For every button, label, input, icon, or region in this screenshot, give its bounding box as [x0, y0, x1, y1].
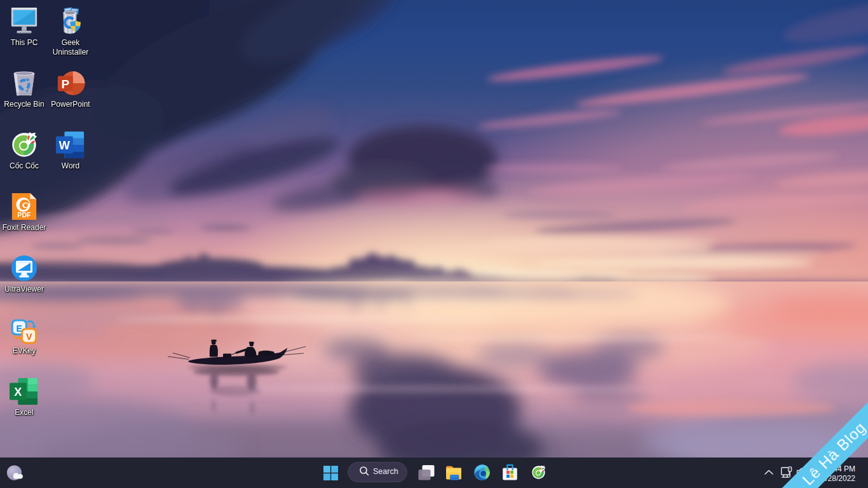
svg-text:W: W	[59, 139, 71, 152]
svg-text:P: P	[61, 78, 69, 91]
svg-text:X: X	[14, 386, 22, 398]
svg-text:V: V	[26, 332, 32, 342]
svg-text:PDF: PDF	[17, 211, 31, 219]
